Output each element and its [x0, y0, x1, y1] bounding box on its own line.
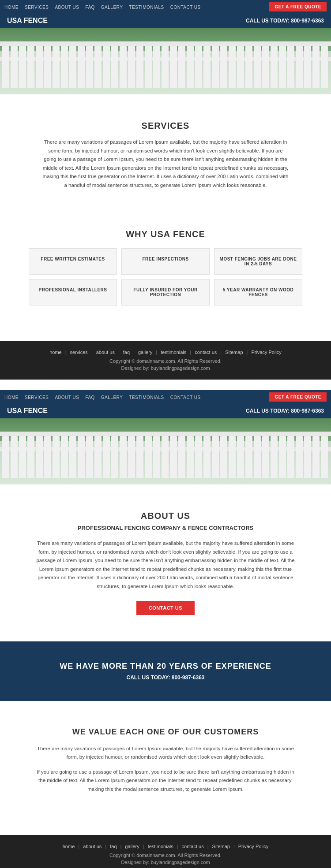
nav-home-1[interactable]: HOME: [4, 5, 19, 10]
exp-call-label: CALL US TODAY:: [127, 674, 170, 681]
about-subtitle: PROFESSIONAL FENCING COMPANY & FENCE CON…: [35, 525, 296, 531]
services-section: SERVICES There are many variations of pa…: [0, 94, 331, 216]
footer-copyright-1: Copyright © domainname.com. All Rights R…: [9, 358, 322, 364]
nav-faq-2[interactable]: FAQ: [85, 395, 95, 400]
exp-phone: 800-987-6363: [172, 674, 205, 681]
footer-link-faq-1[interactable]: faq: [123, 350, 130, 355]
header-bar-2: USA FENCE CALL US TODAY: 800-987-6363: [0, 403, 331, 418]
why-section: WHY USA FENCE FREE WRITTEN ESTIMATES FRE…: [0, 216, 331, 341]
nav-faq-1[interactable]: FAQ: [85, 5, 95, 10]
nav-home-2[interactable]: HOME: [4, 395, 19, 400]
nav-contact-1[interactable]: CONTACT US: [170, 5, 201, 10]
fence-rail-top-1: [0, 41, 331, 46]
hero-image-2: [0, 418, 331, 484]
phone-number-1: 800-987-6363: [291, 18, 324, 24]
contact-button[interactable]: CONTACT US: [136, 601, 195, 615]
footer2-link-home[interactable]: home: [63, 844, 75, 849]
value-section: WE VALUE EACH ONE OF OUR CUSTOMERS There…: [0, 701, 331, 835]
footer2-link-contact[interactable]: contact us: [182, 844, 204, 849]
nav-services-1[interactable]: SERVICES: [25, 5, 49, 10]
nav-testimonials-2[interactable]: TESTIMONIALS: [129, 395, 164, 400]
call-label-1: CALL US TODAY:: [246, 18, 290, 24]
header-bar-1: USA FENCE CALL US TODAY: 800-987-6363: [0, 13, 331, 28]
fence-rail-top-2: [0, 432, 331, 436]
value-text-2: If you are going to use a passage of Lor…: [35, 768, 296, 794]
footer-design-1: Designed by: buylandingpagedesign.com: [9, 365, 322, 371]
nav-links-2: HOME SERVICES ABOUT US FAQ GALLERY TESTI…: [4, 394, 201, 400]
quote-button-1[interactable]: GET A FREE QUOTE: [269, 2, 327, 11]
nav-contact-2[interactable]: CONTACT US: [170, 395, 201, 400]
feature-4: PROFESSIONAL INSTALLERS: [29, 279, 117, 305]
footer-link-sitemap-1[interactable]: Sitemap: [225, 350, 243, 355]
footer-link-services-1[interactable]: services: [70, 350, 88, 355]
feature-5: FULLY INSURED FOR YOUR PROTECTION: [121, 279, 210, 305]
feature-1: FREE WRITTEN ESTIMATES: [29, 248, 117, 275]
footer-link-home-1[interactable]: home: [49, 350, 62, 355]
about-section: ABOUT US PROFESSIONAL FENCING COMPANY & …: [0, 484, 331, 641]
footer-link-privacy-1[interactable]: Privacy Policy: [251, 350, 281, 355]
nav-about-1[interactable]: ABOUT US: [55, 5, 79, 10]
why-title: WHY USA FENCE: [26, 229, 305, 239]
nav-gallery-2[interactable]: GALLERY: [101, 395, 123, 400]
footer2-link-sitemap[interactable]: Sitemap: [212, 844, 230, 849]
feature-3: MOST FENCING JOBS ARE DONE IN 2-5 DAYS: [214, 248, 302, 275]
footer-link-about-1[interactable]: about us: [96, 350, 115, 355]
feature-2: FREE INSPECTIONS: [121, 248, 210, 275]
footer2-design: Designed by: buylandingpagedesign.com: [9, 860, 322, 865]
call-label-2: CALL US TODAY:: [246, 408, 290, 414]
nav-about-2[interactable]: ABOUT US: [55, 395, 79, 400]
footer-2: home | about us | faq | gallery | testim…: [0, 835, 331, 868]
nav-services-2[interactable]: SERVICES: [25, 395, 49, 400]
footer-links-2: home | about us | faq | gallery | testim…: [9, 844, 322, 849]
experience-call: CALL US TODAY: 800-987-6363: [9, 674, 322, 681]
call-us-1: CALL US TODAY: 800-987-6363: [246, 18, 324, 24]
services-title: SERVICES: [26, 121, 305, 131]
services-text: There are many variations of passages of…: [42, 138, 289, 190]
brand-name-2: USA FENCE: [7, 407, 48, 415]
page-gap: [0, 380, 331, 390]
about-title: ABOUT US: [35, 511, 296, 521]
footer-link-testimonials-1[interactable]: testimonials: [161, 350, 186, 355]
footer-link-gallery-1[interactable]: gallery: [138, 350, 152, 355]
feature-6: 5 YEAR WARRANTY ON WOOD FENCES: [214, 279, 302, 305]
value-text-1: There are many variations of passages of…: [35, 745, 296, 762]
hero-image-1: [0, 28, 331, 94]
nav-links-1: HOME SERVICES ABOUT US FAQ GALLERY TESTI…: [4, 4, 201, 10]
nav-testimonials-1[interactable]: TESTIMONIALS: [129, 5, 164, 10]
footer2-link-testimonials[interactable]: testimonials: [148, 844, 173, 849]
navbar-2: HOME SERVICES ABOUT US FAQ GALLERY TESTI…: [0, 390, 331, 403]
about-text: There are many variations of passages of…: [35, 539, 296, 591]
experience-title: WE HAVE MORE THAN 20 YEARS OF EXPERIENCE: [9, 662, 322, 671]
phone-number-2: 800-987-6363: [291, 408, 324, 414]
nav-gallery-1[interactable]: GALLERY: [101, 5, 123, 10]
footer2-link-privacy[interactable]: Privacy Policy: [238, 844, 268, 849]
navbar-1: HOME SERVICES ABOUT US FAQ GALLERY TESTI…: [0, 0, 331, 13]
fence-pickets-1: [0, 46, 331, 94]
footer-links-1: home | services | about us | faq | galle…: [9, 350, 322, 355]
value-title: WE VALUE EACH ONE OF OUR CUSTOMERS: [35, 727, 296, 737]
footer2-link-gallery[interactable]: gallery: [125, 844, 139, 849]
footer2-link-faq[interactable]: faq: [110, 844, 117, 849]
features-grid: FREE WRITTEN ESTIMATES FREE INSPECTIONS …: [29, 248, 302, 305]
quote-button-2[interactable]: GET A FREE QUOTE: [269, 392, 327, 402]
footer-1: home | services | about us | faq | galle…: [0, 341, 331, 380]
call-us-2: CALL US TODAY: 800-987-6363: [246, 408, 324, 414]
brand-name-1: USA FENCE: [7, 17, 48, 25]
fence-pickets-2: [0, 436, 331, 484]
footer-link-contact-1[interactable]: contact us: [195, 350, 217, 355]
footer2-link-about[interactable]: about us: [83, 844, 102, 849]
experience-banner: WE HAVE MORE THAN 20 YEARS OF EXPERIENCE…: [0, 641, 331, 701]
footer2-copyright: Copyright © domainname.com. All Rights R…: [9, 853, 322, 858]
